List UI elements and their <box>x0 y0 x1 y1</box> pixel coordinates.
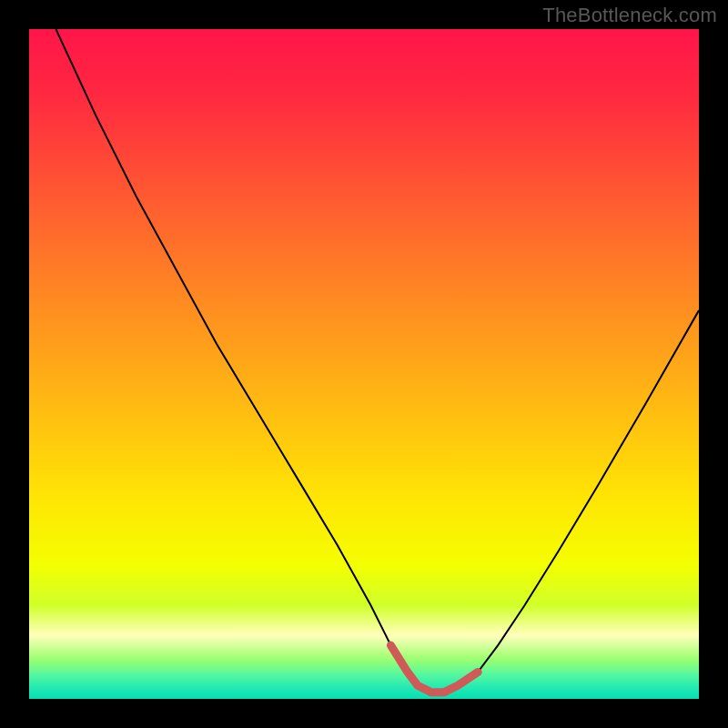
plot-area <box>29 29 699 699</box>
watermark-text: TheBottleneck.com <box>542 4 717 27</box>
chart-frame: TheBottleneck.com <box>0 0 728 728</box>
background-gradient <box>29 29 699 699</box>
plot-svg <box>29 29 699 699</box>
